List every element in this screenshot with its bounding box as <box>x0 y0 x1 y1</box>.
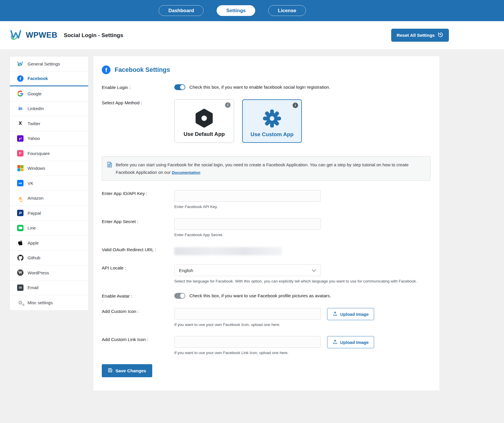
enable-login-toggle[interactable] <box>174 84 185 90</box>
sidebar-item-github[interactable]: Github <box>10 251 88 266</box>
amazon-icon: a <box>17 195 24 202</box>
app-id-input[interactable] <box>174 190 321 202</box>
upload-image-button[interactable]: Upload Image <box>327 336 374 348</box>
enable-avatar-toggle[interactable] <box>174 293 185 299</box>
api-locale-helper: Select the language for Facebook. With t… <box>174 279 431 283</box>
wpweb-logo-icon <box>17 60 24 67</box>
toggle-knob <box>180 85 185 90</box>
settings-sidebar: General Settings f Facebook Google <box>10 56 88 311</box>
sidebar-item-label: Email <box>28 285 39 290</box>
paypal-icon: P <box>17 209 24 216</box>
reset-history-icon <box>438 32 443 39</box>
email-envelope-icon: ✉ <box>17 284 24 291</box>
panel-heading: f Facebook Settings <box>102 65 431 74</box>
custom-link-icon-input[interactable] <box>174 336 321 348</box>
custom-icon-input[interactable] <box>174 308 321 320</box>
toggle-knob <box>180 293 185 298</box>
sidebar-item-label: Facebook <box>28 76 48 81</box>
chevron-down-icon <box>312 268 316 273</box>
app-secret-label: Enter App Secret : <box>102 218 174 237</box>
sidebar-item-email[interactable]: ✉ Email <box>10 280 88 296</box>
sidebar-item-label: Foursquare <box>28 151 50 156</box>
top-nav-tabs: Dashboard Settings License <box>159 5 306 16</box>
twitter-x-icon: X <box>17 120 24 127</box>
sidebar-item-label: Yahoo <box>28 136 40 141</box>
api-locale-value: English <box>179 268 193 273</box>
apple-icon <box>17 239 24 246</box>
foursquare-icon: F <box>17 150 24 157</box>
page: Dashboard Settings License WPWEB Social … <box>0 0 504 423</box>
tab-dashboard[interactable]: Dashboard <box>159 5 204 16</box>
use-custom-app-card[interactable]: i <box>242 99 302 143</box>
sidebar-item-twitter[interactable]: X Twitter <box>10 116 88 131</box>
save-changes-button[interactable]: Save Changes <box>102 364 152 377</box>
sidebar-item-amazon[interactable]: a Amazon <box>10 191 88 206</box>
sidebar-item-facebook[interactable]: f Facebook <box>10 72 88 87</box>
sidebar-item-label: Google <box>28 91 41 96</box>
app-id-label: Enter App ID/API Key : <box>102 190 174 209</box>
sidebar-item-label: Amazon <box>28 196 43 200</box>
save-icon <box>108 368 113 374</box>
upload-image-label: Upload Image <box>340 340 369 345</box>
reset-all-settings-button[interactable]: Reset All Settings <box>391 29 449 42</box>
enable-avatar-label: Enable Avatar : <box>102 293 174 299</box>
enable-login-label: Enable Login : <box>102 84 174 90</box>
app-secret-helper: Enter Facebook App Secret. <box>174 233 431 237</box>
sidebar-item-windows[interactable]: Windows <box>10 161 88 176</box>
enable-avatar-row: Enable Avatar : Check this box, if you w… <box>102 293 431 299</box>
page-title: Social Login - Settings <box>64 32 123 39</box>
enable-avatar-description: Check this box, if you want to use Faceb… <box>189 293 331 298</box>
facebook-icon: f <box>102 65 110 74</box>
enable-login-row: Enable Login : Check this box, if you wa… <box>102 84 431 90</box>
custom-icon-helper: If you want to use your own Facebook Ico… <box>174 322 321 327</box>
top-nav-bar: Dashboard Settings License <box>0 0 504 21</box>
google-icon <box>17 90 24 97</box>
sidebar-item-label: LinkedIn <box>28 106 44 111</box>
oauth-redirect-label: Valid OAuth Redirect URL : <box>102 246 174 255</box>
notice-text: Before you can start using Facebook for … <box>116 161 425 176</box>
api-locale-select[interactable]: English <box>174 265 321 276</box>
misc-settings-gears-icon: ⚙⚙ <box>17 299 24 306</box>
sidebar-item-line[interactable]: Line <box>10 221 88 236</box>
reset-all-settings-label: Reset All Settings <box>397 33 435 38</box>
sidebar-item-vk[interactable]: VK VK <box>10 176 88 191</box>
sidebar-item-yahoo[interactable]: y! Yahoo <box>10 131 88 146</box>
sidebar-item-google[interactable]: Google <box>10 86 88 101</box>
yahoo-icon: y! <box>17 135 24 142</box>
app-method-row: Select App Method : i Use Default App <box>102 99 431 143</box>
api-locale-row: API Locale : English Select the language… <box>102 265 431 283</box>
save-changes-label: Save Changes <box>115 368 146 373</box>
custom-app-card-label: Use Custom App <box>251 131 293 138</box>
default-app-card-label: Use Default App <box>184 131 225 137</box>
tab-settings[interactable]: Settings <box>217 5 255 16</box>
app-id-helper: Enter Facebook API Key. <box>174 205 431 209</box>
oauth-redirect-row: Valid OAuth Redirect URL : <box>102 246 431 255</box>
sidebar-item-misc-settings[interactable]: ⚙⚙ Misc settings <box>10 295 88 310</box>
sidebar-item-label: WordPress <box>28 270 49 275</box>
sidebar-item-label: VK <box>28 181 33 186</box>
info-icon[interactable]: i <box>293 103 298 108</box>
upload-image-button[interactable]: Upload Image <box>327 308 374 320</box>
app-secret-row: Enter App Secret : Enter Facebook App Se… <box>102 218 431 237</box>
info-icon[interactable]: i <box>225 102 231 108</box>
facebook-settings-panel: f Facebook Settings Enable Login : Check… <box>93 56 439 391</box>
sidebar-item-label: Paypal <box>28 211 41 216</box>
sidebar-item-apple[interactable]: Apple <box>10 236 88 251</box>
upload-icon <box>333 311 338 317</box>
sidebar-item-wordpress[interactable]: W WordPress <box>10 265 88 280</box>
default-app-hexagon-icon <box>194 106 215 130</box>
tab-license[interactable]: License <box>268 5 306 16</box>
sidebar-item-paypal[interactable]: P Paypal <box>10 206 88 221</box>
sidebar-item-label: Github <box>28 255 40 260</box>
sidebar-item-label: Twitter <box>28 121 40 126</box>
sidebar-item-foursquare[interactable]: F Foursquare <box>10 146 88 161</box>
upload-icon <box>333 339 338 345</box>
documentation-link[interactable]: Documentation <box>172 170 200 175</box>
facebook-icon: f <box>17 75 24 82</box>
custom-app-gear-icon <box>262 106 282 131</box>
app-secret-input[interactable] <box>174 218 321 230</box>
sidebar-item-linkedin[interactable]: in LinkedIn <box>10 101 88 116</box>
use-default-app-card[interactable]: i Use Default App <box>174 99 234 143</box>
brand-name: WPWEB <box>26 31 57 40</box>
sidebar-item-general-settings[interactable]: General Settings <box>10 56 88 72</box>
